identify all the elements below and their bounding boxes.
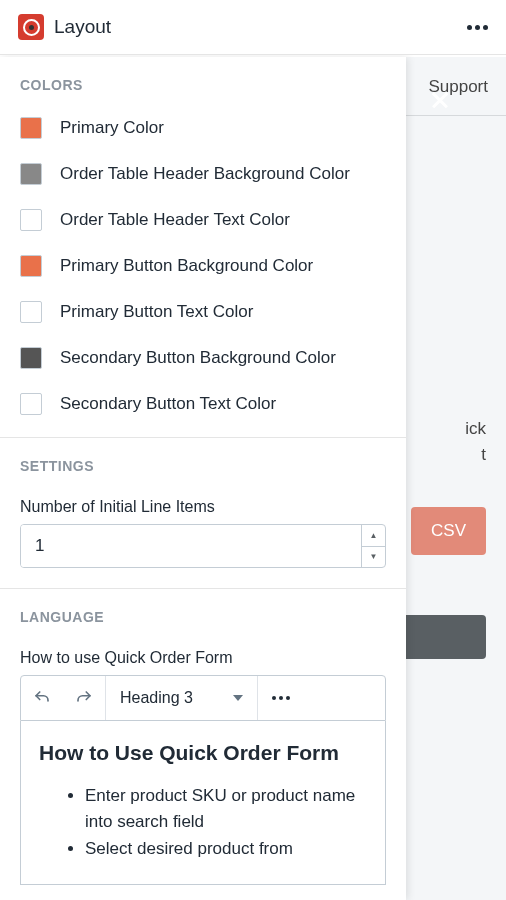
color-label: Primary Button Text Color [60,302,253,322]
redo-icon[interactable] [63,676,105,720]
app-icon [18,14,44,40]
color-label: Primary Button Background Color [60,256,313,276]
swatch-primary[interactable] [20,117,42,139]
editor-toolbar: Heading 3 [20,675,386,721]
chevron-down-icon [233,695,243,701]
line-items-input-wrap: ▲ ▼ [20,524,386,568]
more-icon[interactable] [467,25,488,30]
stepper-down-icon[interactable]: ▼ [362,547,385,568]
editor-body[interactable]: How to Use Quick Order Form Enter produc… [20,721,386,885]
swatch-table-header-bg[interactable] [20,163,42,185]
editor-bullet: Enter product SKU or product name into s… [85,783,367,834]
color-label: Secondary Button Background Color [60,348,336,368]
color-row-primary[interactable]: Primary Color [20,117,386,139]
color-row-secondary-btn-bg[interactable]: Secondary Button Background Color [20,347,386,369]
colors-section-title: Colors [20,77,386,93]
color-row-primary-btn-bg[interactable]: Primary Button Background Color [20,255,386,277]
settings-panel: Colors Primary Color Order Table Header … [0,57,406,900]
swatch-primary-btn-text[interactable] [20,301,42,323]
settings-section-title: Settings [20,458,386,474]
color-row-primary-btn-text[interactable]: Primary Button Text Color [20,301,386,323]
color-label: Secondary Button Text Color [60,394,276,414]
color-row-table-header-bg[interactable]: Order Table Header Background Color [20,163,386,185]
undo-icon[interactable] [21,676,63,720]
line-items-label: Number of Initial Line Items [20,498,386,516]
language-section-title: Language [20,609,386,625]
editor-heading: How to Use Quick Order Form [39,741,367,765]
color-label: Primary Color [60,118,164,138]
how-to-field-label: How to use Quick Order Form [20,649,386,667]
format-select[interactable]: Heading 3 [106,689,257,707]
toolbar-more-icon[interactable] [258,676,304,720]
stepper-up-icon[interactable]: ▲ [362,525,385,547]
color-label: Order Table Header Background Color [60,164,350,184]
format-select-label: Heading 3 [120,689,193,707]
color-label: Order Table Header Text Color [60,210,290,230]
line-items-input[interactable] [21,525,361,567]
swatch-table-header-text[interactable] [20,209,42,231]
close-icon[interactable] [428,88,452,112]
color-row-table-header-text[interactable]: Order Table Header Text Color [20,209,386,231]
swatch-secondary-btn-text[interactable] [20,393,42,415]
page-title: Layout [54,16,111,38]
csv-button[interactable]: CSV [411,507,486,555]
editor-bullet: Select desired product from [85,836,367,862]
color-row-secondary-btn-text[interactable]: Secondary Button Text Color [20,393,386,415]
swatch-primary-btn-bg[interactable] [20,255,42,277]
swatch-secondary-btn-bg[interactable] [20,347,42,369]
